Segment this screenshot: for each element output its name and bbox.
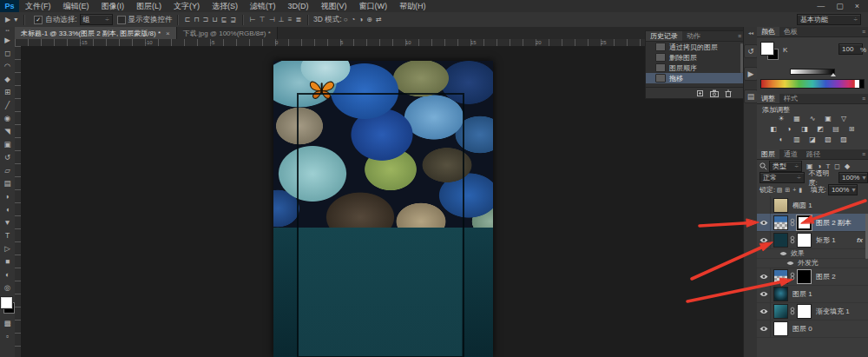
close-button[interactable]: ×: [855, 2, 859, 10]
color-swatches[interactable]: [0, 296, 15, 315]
3d-rotate-icon[interactable]: ○: [342, 16, 350, 23]
exposure-icon[interactable]: ▣: [822, 115, 834, 122]
layer-thumbnail[interactable]: [773, 269, 788, 284]
panel-menu-icon[interactable]: ≡: [862, 96, 868, 102]
blend-mode-dropdown[interactable]: 正常÷: [760, 172, 805, 183]
filter-type-dropdown[interactable]: 类型÷: [769, 161, 802, 172]
color-spectrum-ramp[interactable]: [760, 79, 865, 89]
fill-field[interactable]: 100%▾: [828, 184, 858, 195]
auto-select-checkbox[interactable]: ✓: [34, 16, 43, 24]
panel-color-swatches[interactable]: [760, 41, 780, 62]
visibility-toggle[interactable]: [779, 251, 787, 256]
properties-panel-icon[interactable]: ▤: [744, 89, 758, 103]
delete-icon[interactable]: [725, 89, 732, 97]
menu-3d[interactable]: 3D(D): [282, 0, 315, 12]
layer-thumbnail[interactable]: [773, 321, 788, 336]
tab-adjustments[interactable]: 调整: [757, 94, 779, 103]
history-step[interactable]: 删除图层: [646, 52, 744, 63]
align-center-h-icon[interactable]: ⊓: [192, 16, 201, 23]
visibility-toggle[interactable]: [757, 231, 771, 248]
layer-thumbnail[interactable]: [773, 304, 788, 319]
3d-roll-icon[interactable]: ◔: [350, 16, 358, 23]
clone-stamp-tool[interactable]: ▣: [0, 138, 15, 151]
layer-mask-thumbnail[interactable]: [797, 233, 812, 248]
lock-all-icon[interactable]: ▮: [799, 187, 802, 194]
layer-thumbnail[interactable]: [773, 233, 788, 248]
auto-select-target-dropdown[interactable]: 组÷: [80, 14, 113, 25]
menu-help[interactable]: 帮助(H): [393, 0, 432, 12]
hue-saturation-icon[interactable]: ◧: [767, 125, 779, 133]
align-right-icon[interactable]: ⊐: [201, 16, 211, 23]
vibrance-icon[interactable]: ▽: [838, 115, 850, 122]
distribute-left-icon[interactable]: ⊢: [248, 16, 258, 23]
layer-thumbnail[interactable]: [773, 215, 788, 230]
layer-mask-thumbnail-selected[interactable]: [797, 215, 812, 230]
layer-row-gradient-fill-1[interactable]: 渐变填充 1: [757, 302, 868, 321]
visibility-toggle[interactable]: [786, 261, 794, 266]
foreground-color-swatch[interactable]: [761, 43, 773, 55]
invert-icon[interactable]: ◐: [775, 136, 787, 143]
foreground-color-swatch[interactable]: [1, 297, 12, 308]
pen-tool[interactable]: ▼: [0, 216, 15, 229]
history-step-selected[interactable]: 拖移: [646, 73, 744, 83]
threshold-icon[interactable]: ◪: [806, 136, 819, 143]
new-snapshot-icon[interactable]: [710, 89, 719, 97]
document-tab-active[interactable]: 未标题-1 @ 33.3%(图层 2 副本, 图层蒙版/8) * ×: [15, 27, 177, 39]
history-step[interactable]: 图层顺序: [646, 63, 744, 73]
menu-type[interactable]: 文字(Y): [168, 0, 206, 12]
mask-link-icon[interactable]: [790, 272, 795, 281]
k-slider-handle[interactable]: [831, 73, 836, 76]
eraser-tool[interactable]: ▱: [0, 164, 15, 177]
layer-row-layer-2[interactable]: 图层 2: [757, 268, 868, 286]
quick-mask-button[interactable]: ▩: [0, 317, 15, 330]
layer-mask-thumbnail[interactable]: [797, 269, 812, 284]
show-transform-checkbox[interactable]: [117, 16, 126, 24]
crop-tool[interactable]: ⊞: [0, 86, 15, 99]
path-selection-tool[interactable]: ▷: [0, 242, 15, 255]
visibility-toggle[interactable]: [757, 268, 771, 285]
distribute-top-icon[interactable]: ⊥: [277, 16, 286, 23]
panel-menu-icon[interactable]: ≡: [862, 29, 868, 35]
layer-thumbnail[interactable]: [773, 198, 788, 213]
lock-position-icon[interactable]: +: [792, 187, 796, 193]
photo-filter-icon[interactable]: ◩: [814, 125, 826, 133]
layer-thumbnail[interactable]: [773, 287, 788, 301]
k-slider[interactable]: [790, 69, 835, 75]
gradient-map-icon[interactable]: ▧: [822, 136, 834, 143]
distribute-right-icon[interactable]: ⊣: [267, 16, 277, 23]
tab-styles[interactable]: 样式: [779, 94, 802, 103]
move-tool[interactable]: ▶: [0, 34, 15, 47]
tool-preset-dropdown-icon[interactable]: ▾: [12, 16, 19, 23]
shape-tool[interactable]: ■: [0, 255, 15, 268]
visibility-toggle[interactable]: [757, 214, 771, 231]
restore-button[interactable]: ▢: [836, 2, 844, 10]
lock-transparency-icon[interactable]: ▨: [777, 187, 783, 194]
layer-row-layer-0[interactable]: 图层 0: [757, 320, 868, 338]
tab-close-icon[interactable]: ×: [166, 30, 170, 37]
visibility-toggle[interactable]: [757, 302, 771, 320]
distribute-center-icon[interactable]: ⊤: [258, 16, 267, 23]
screen-mode-button[interactable]: ▫: [0, 330, 15, 343]
layer-row-layer-2-copy-selected[interactable]: 图层 2 副本: [757, 214, 868, 232]
tab-paths[interactable]: 路径: [802, 149, 825, 159]
3d-scale-icon[interactable]: ⇄: [374, 16, 384, 23]
align-bottom-icon[interactable]: ⊒: [228, 16, 238, 23]
menu-filter[interactable]: 滤镜(T): [244, 0, 282, 12]
opacity-field[interactable]: 100%▾: [838, 172, 868, 183]
brightness-contrast-icon[interactable]: ☀: [775, 115, 787, 122]
eyedropper-tool[interactable]: ╱: [0, 99, 15, 112]
layer-row-layer-1[interactable]: 图层 1: [757, 285, 868, 303]
visibility-toggle[interactable]: [757, 285, 771, 302]
align-left-icon[interactable]: ⊏: [183, 16, 193, 23]
visibility-toggle-off[interactable]: [757, 196, 771, 214]
layer-row-rectangle-1[interactable]: 矩形 1 fx: [757, 231, 868, 249]
lasso-tool[interactable]: ◠: [0, 60, 15, 73]
history-step[interactable]: 通过拷贝的图层: [646, 42, 744, 52]
menu-file[interactable]: 文件(F): [19, 0, 57, 12]
3d-drag-icon[interactable]: ◑: [357, 16, 365, 23]
layer-mask-thumbnail[interactable]: [797, 304, 812, 319]
filter-smart-objects-icon[interactable]: ◆: [845, 162, 850, 170]
menu-edit[interactable]: 编辑(E): [57, 0, 95, 12]
tab-actions[interactable]: 动作: [682, 31, 705, 41]
collapse-dock-icon[interactable]: ◂◂: [748, 30, 753, 36]
